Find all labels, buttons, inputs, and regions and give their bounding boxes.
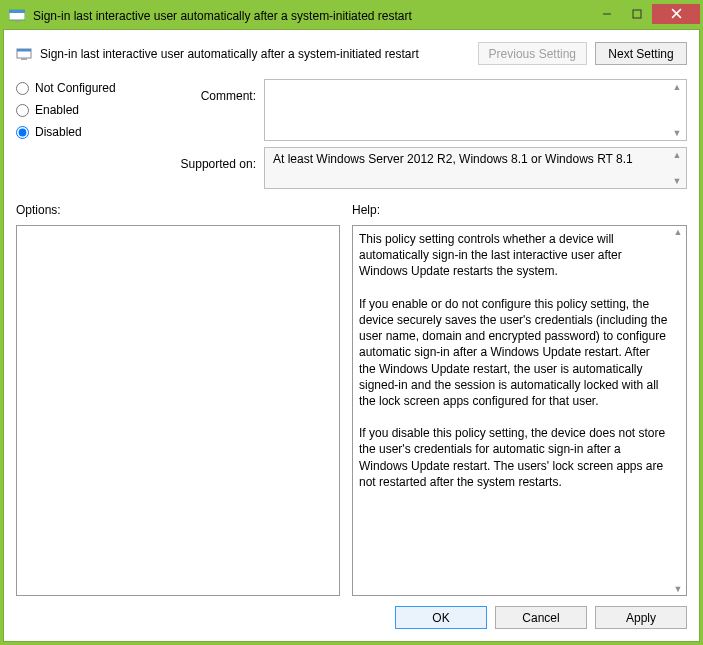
maximize-button[interactable] — [622, 4, 652, 24]
svg-rect-8 — [17, 49, 31, 52]
app-icon — [9, 8, 25, 24]
client-area: Sign-in last interactive user automatica… — [3, 29, 700, 642]
titlebar[interactable]: Sign-in last interactive user automatica… — [3, 3, 700, 29]
policy-icon — [16, 46, 32, 62]
scroll-down-icon: ▼ — [669, 175, 685, 187]
supported-on-field: At least Windows Server 2012 R2, Windows… — [264, 147, 687, 189]
help-label: Help: — [352, 203, 687, 217]
svg-rect-9 — [21, 58, 27, 60]
radio-not-configured-input[interactable] — [16, 82, 29, 95]
help-pane: This policy setting controls whether a d… — [352, 225, 687, 596]
options-pane — [16, 225, 340, 596]
radio-disabled-input[interactable] — [16, 126, 29, 139]
supported-on-text: At least Windows Server 2012 R2, Windows… — [273, 152, 633, 166]
policy-title: Sign-in last interactive user automatica… — [40, 47, 478, 61]
scroll-up-icon: ▲ — [669, 149, 685, 161]
help-scrollbar[interactable]: ▲ ▼ — [670, 226, 686, 595]
radio-not-configured-label: Not Configured — [35, 81, 116, 95]
supported-scrollbar: ▲ ▼ — [669, 149, 685, 187]
ok-button[interactable]: OK — [395, 606, 487, 629]
svg-rect-1 — [9, 10, 25, 13]
comment-scrollbar[interactable]: ▲ ▼ — [669, 81, 685, 139]
comment-field[interactable]: ▲ ▼ — [264, 79, 687, 141]
options-content — [23, 227, 321, 594]
supported-on-label: Supported on: — [170, 147, 260, 189]
next-setting-button[interactable]: Next Setting — [595, 42, 687, 65]
radio-disabled[interactable]: Disabled — [16, 125, 166, 139]
close-button[interactable] — [652, 4, 700, 24]
radio-enabled[interactable]: Enabled — [16, 103, 166, 117]
radio-not-configured[interactable]: Not Configured — [16, 81, 166, 95]
scroll-down-icon: ▼ — [669, 127, 685, 139]
radio-disabled-label: Disabled — [35, 125, 82, 139]
scroll-down-icon: ▼ — [670, 583, 686, 595]
previous-setting-button: Previous Setting — [478, 42, 587, 65]
radio-enabled-label: Enabled — [35, 103, 79, 117]
cancel-button[interactable]: Cancel — [495, 606, 587, 629]
window-title: Sign-in last interactive user automatica… — [33, 9, 592, 23]
scroll-up-icon: ▲ — [669, 81, 685, 93]
svg-rect-4 — [633, 10, 641, 18]
comment-label: Comment: — [170, 79, 260, 141]
options-label: Options: — [16, 203, 352, 217]
scroll-up-icon: ▲ — [670, 226, 686, 238]
minimize-button[interactable] — [592, 4, 622, 24]
svg-rect-2 — [15, 20, 19, 22]
help-text: This policy setting controls whether a d… — [359, 227, 668, 594]
apply-button[interactable]: Apply — [595, 606, 687, 629]
radio-enabled-input[interactable] — [16, 104, 29, 117]
